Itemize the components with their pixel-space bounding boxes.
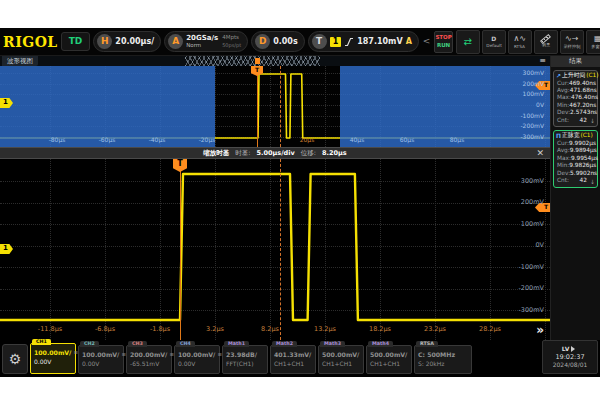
speaker-icon [571,346,578,352]
stat-row: Min:467.20ns [556,103,595,109]
stat-row: Cur:469.40ns [556,81,595,87]
stat-row: Avg:471.68ns [556,88,595,94]
mode-label: TD [69,37,83,46]
spectrum-icon: ∧∿ [514,35,527,43]
math2-box[interactable]: Math2 401.33mV/ CH1+CH1 [270,345,316,374]
measure-button[interactable]: 测量 [534,30,558,54]
overview-window[interactable]: T 1 T -80μs-60μs-40μs-20μs20μs40μs60μs80… [0,66,550,147]
view-header-bar: 波形视图 ≡ [0,56,550,66]
math-tab: Math1 [224,341,249,347]
default-icon: D [491,36,496,42]
rigol-logo: RIGOL [3,35,58,49]
timebase-value: 5.00μs/div [257,150,295,157]
zoom-trigger-line [180,159,181,340]
volt-axis-label: -200mV [518,285,544,292]
sample-control-button[interactable]: ∿→ 采样控制 [560,30,584,54]
measurement-positive-pulse-width[interactable]: Π 正脉宽(C1) Cur:9.9902μs Avg:9.9894μs Max:… [553,130,598,187]
view-title-tab[interactable]: 波形视图 [2,56,38,66]
results-header: 结果 [551,56,600,67]
offset-value: 8.20μs [322,150,347,157]
acquire-mode: Norm [186,43,218,49]
gear-icon: ⚙ [9,352,22,366]
delay-control[interactable]: D 0.00s [251,31,305,52]
math1-box[interactable]: Math1 23.98dB/ FFT(CH1) [222,345,268,374]
time-axis-label: -60μs [99,137,116,143]
volt-axis-label: -100mV [520,113,544,119]
rtsa-button[interactable]: ∧∿ RTSA [508,30,532,54]
volt-axis-label: -300mV [520,134,544,140]
export-icon[interactable]: ↓ [590,118,595,124]
time-display: 19:02:37 [555,354,584,361]
overview-zoom-center-line [280,66,281,147]
default-button[interactable]: D Default [482,30,506,54]
horizontal-icon: H [97,34,112,49]
horizontal-control[interactable]: H 20.00μs/ [93,31,161,52]
acquisition-control[interactable]: A 20GSa/s 4Mpts Norm 50ps/pt [164,31,248,52]
trigger-sweep-mode: A [406,38,412,46]
stat-row: Dev:5.9902ns [556,171,595,177]
menu-expand-icon[interactable]: » [536,324,542,336]
timebase-label: 时基: [235,150,250,157]
channel-tab: CH3 [128,341,147,347]
time-axis-label: 8.2μs [261,326,279,333]
zoom-region-indicator[interactable] [185,56,320,66]
view-menu-icon[interactable]: ≡ [539,57,546,65]
auto-setup-icon: ⇄ [464,37,472,47]
resolution: 50ps/pt [222,43,241,49]
time-axis-label: 3.2μs [206,326,224,333]
zoom-window[interactable]: T 1 T -11.8μs-6.8μs-1.8μs3.2μs8.2μs13.2μ… [0,159,550,340]
multi-window-button[interactable]: ▦ 多窗口 [586,30,600,54]
volt-axis-label: -200mV [520,123,544,129]
trigger-control[interactable]: T 1 187.10mV A [308,31,419,52]
settings-button[interactable]: ⚙ [2,344,28,374]
export-icon[interactable]: ↓ [590,179,595,185]
channel-box-ch4[interactable]: CH4 100.00mV/≡ 0.00V [174,345,220,374]
channel-box-ch3[interactable]: CH3 200.00mV/≡Ω -65.51mV [126,345,172,374]
time-axis-label: 13.2μs [314,326,336,333]
trigger-position-marker[interactable] [255,58,260,64]
time-axis-label: 20μs [300,137,315,143]
volt-axis-label: 200mV [521,199,544,206]
acquisition-icon: A [168,34,183,49]
run-stop-button[interactable]: STOP RUN [434,31,452,53]
zoom-center-line [280,159,281,340]
zoom-bar-title: 缩放时基 [203,150,229,157]
oscilloscope-screen: RIGOL TD H 20.00μs/ A 20GSa/s 4Mpts Norm… [0,28,600,377]
volt-axis-label: 0V [535,242,544,249]
horizontal-scale: 20.00μs/ [115,38,154,46]
math-tab: Math4 [368,341,393,347]
run-label: RUN [437,43,450,49]
math-tab: Math3 [320,341,345,347]
stat-row: Avg:9.9894μs [556,148,595,154]
collapse-toolbar-button[interactable]: < [422,37,432,46]
clock-panel[interactable]: LV 19:02:37 2024/08/01 [542,340,598,374]
waveform-view: 波形视图 ≡ T 1 T -80μs-60μs-40μs-20μs20μs40μ… [0,56,550,340]
channel-box-ch1[interactable]: CH1 100.00mV/≡Ω 0.00V [30,343,76,374]
close-zoom-icon[interactable]: ✕ [536,149,544,158]
stat-row: Min:9.9826μs [556,163,595,169]
channel-tab: CH4 [176,341,195,347]
mode-indicator[interactable]: TD [61,32,91,51]
pulse-width-icon: Π [556,133,561,139]
rtsa-box[interactable]: RTSA C: 500MHz S: 20kHz [414,345,472,374]
math3-box[interactable]: Math3 500.00mV/ CH1+CH1 [318,345,364,374]
sample-rate: 20GSa/s [186,35,218,42]
memory-depth: 4Mpts [222,35,241,42]
cube-icon: ▦ [594,35,600,43]
waveform-out-icon: ∿→ [565,35,578,43]
stat-row: Dev:2.5743ns [556,110,595,116]
stat-row: Max:9.9954μs [556,156,595,162]
zoom-overlay-right[interactable] [340,66,550,147]
volt-axis-label: 0V [536,102,544,108]
time-axis-label: 18.2μs [369,326,391,333]
stat-row: Max:476.40ns [556,95,595,101]
acquisition-info: 20GSa/s 4Mpts Norm 50ps/pt [186,35,241,49]
channel-box-ch2[interactable]: CH2 100.00mV/≡ 0.00V [78,345,124,374]
measurement-rise-time[interactable]: ↗ 上升时间(C1) Cur:469.40ns Avg:471.68ns Max… [553,70,598,127]
volt-axis-label: 200mV [523,81,544,87]
rise-time-icon: ↗ [556,73,561,79]
volt-axis-label: -300mV [518,307,544,314]
math4-box[interactable]: Math4 500.00mV/ CH1+CH1 [366,345,412,374]
auto-setup-button[interactable]: ⇄ [456,30,480,54]
zoom-overlay-left[interactable] [0,66,215,147]
